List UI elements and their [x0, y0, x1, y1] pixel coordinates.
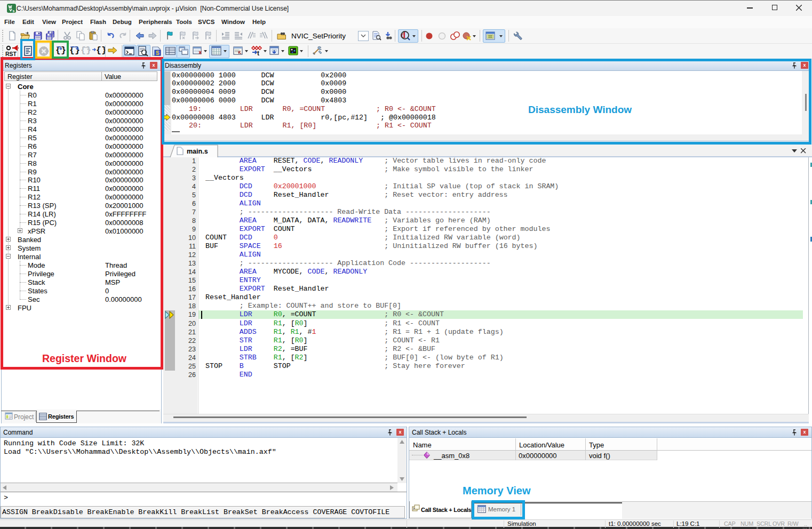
svg-text:{}: {}	[81, 45, 91, 55]
svg-text:S: S	[156, 50, 160, 56]
svg-text:{}: {}	[96, 45, 106, 55]
svg-text:t: t	[257, 50, 259, 56]
svg-text:s: s	[13, 9, 15, 13]
